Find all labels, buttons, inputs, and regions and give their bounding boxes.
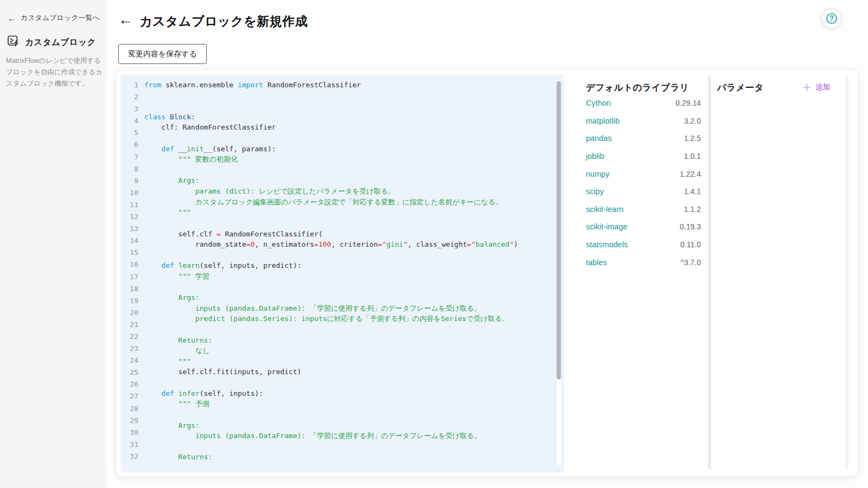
library-version: 1.22.4 <box>680 170 701 178</box>
code-line: """ 学習 <box>144 271 553 282</box>
line-number: 10 <box>120 187 138 199</box>
code-line: """ <box>144 207 553 218</box>
line-number: 2 <box>120 91 138 103</box>
page-title: カスタムブロックを新規作成 <box>139 13 308 30</box>
question-mark-icon <box>825 12 838 25</box>
code-line: """ 予測 <box>144 399 553 409</box>
code-line <box>144 250 553 261</box>
code-line: clf: RandomForestClassifier <box>144 122 553 133</box>
code-line: Args: <box>144 420 553 431</box>
line-number: 22 <box>120 331 138 343</box>
code-line: inputs (pandas.DataFrame): 「学習に使用する列」のデー… <box>144 303 553 314</box>
code-line: Args: <box>144 175 553 186</box>
code-line: def __init__(self, params): <box>144 144 553 155</box>
library-row: Cython0.29.14 <box>586 94 701 112</box>
code-line: Returns: <box>144 335 553 346</box>
custom-block-icon <box>7 35 20 50</box>
library-name[interactable]: Cython <box>586 99 611 107</box>
code-line: """ 変数の初期化 <box>144 154 553 165</box>
library-version: 0.19.3 <box>680 222 701 231</box>
line-number: 29 <box>120 415 138 427</box>
library-name[interactable]: matplotlib <box>586 117 620 125</box>
library-version: 1.0.1 <box>684 152 701 160</box>
page-back-arrow[interactable]: ← <box>118 12 133 27</box>
code-line: """ <box>144 356 553 367</box>
libraries-title: デフォルトのライブラリ <box>586 81 701 94</box>
line-number: 28 <box>120 403 138 415</box>
libraries-scrollbar[interactable] <box>708 76 711 470</box>
library-name[interactable]: scikit-image <box>586 222 628 231</box>
library-version: 0.29.14 <box>675 99 701 107</box>
library-row: matplotlib3.2.0 <box>586 112 701 130</box>
code-line: カスタムブロック編集画面のパラメータ設定で「対応する変数」に指定した名前がキーに… <box>144 197 553 208</box>
line-number: 7 <box>120 151 138 163</box>
sidebar-back-link[interactable]: ← カスタムブロック一覧へ <box>8 13 100 23</box>
line-number: 32 <box>120 451 138 463</box>
library-row: pandas1.2.5 <box>586 130 701 147</box>
library-row: joblib1.0.1 <box>586 147 701 165</box>
library-name[interactable]: numpy <box>586 170 610 178</box>
line-number: 8 <box>120 163 138 175</box>
code-line: predict (pandas.Series): inputsに対応する「予測す… <box>144 313 553 324</box>
code-lines: from sklearn.ensemble import RandomFores… <box>144 80 553 463</box>
library-row: scikit-image0.19.3 <box>586 218 701 236</box>
code-line <box>144 133 553 144</box>
line-number: 13 <box>120 223 138 235</box>
library-row: scipy1.4.1 <box>586 183 701 201</box>
code-line: params (dict): レシピで設定したパラメータを受け取る。 <box>144 186 553 197</box>
line-number: 23 <box>120 343 138 355</box>
line-number: 14 <box>120 235 138 247</box>
library-row: statsmodels0.11.0 <box>586 236 701 254</box>
save-button[interactable]: 変更内容を保存する <box>118 44 207 64</box>
code-line: Args: <box>144 292 553 303</box>
line-number: 4 <box>120 115 138 127</box>
line-number: 9 <box>120 175 138 187</box>
code-line <box>144 282 553 293</box>
sidebar-back-label: カスタムブロック一覧へ <box>21 13 100 23</box>
code-line: random_state=0, n_estimators=100, criter… <box>144 239 553 250</box>
code-line: なし <box>144 345 553 356</box>
code-line: self.clf.fit(inputs, predict) <box>144 367 553 377</box>
code-line <box>144 218 553 229</box>
code-editor[interactable]: 1234567891011121314151617181920212223242… <box>120 74 564 472</box>
line-number: 31 <box>120 439 138 451</box>
library-name[interactable]: scikit-learn <box>586 205 623 214</box>
code-line <box>144 409 553 420</box>
add-parameter-button[interactable]: 追加 <box>802 82 830 92</box>
left-arrow-icon: ← <box>8 14 16 23</box>
line-number: 12 <box>120 211 138 223</box>
parameters-scrollbar[interactable] <box>845 76 848 470</box>
library-version: 0.11.0 <box>680 240 701 249</box>
code-scrollbar-thumb[interactable] <box>557 81 561 380</box>
line-number: 27 <box>120 390 138 402</box>
library-name[interactable]: pandas <box>586 134 612 143</box>
library-name[interactable]: scipy <box>586 187 604 196</box>
library-version: ^3.7.0 <box>680 258 701 267</box>
library-row: numpy1.22.4 <box>586 165 701 183</box>
plus-icon <box>802 83 812 92</box>
editor-card: 1234567891011121314151617181920212223242… <box>117 70 858 476</box>
line-number: 25 <box>120 367 138 378</box>
line-number: 18 <box>120 283 138 295</box>
library-name[interactable]: tables <box>586 258 607 267</box>
library-name[interactable]: statsmodels <box>586 240 628 249</box>
code-line <box>144 441 553 452</box>
line-number: 17 <box>120 271 138 283</box>
line-number: 11 <box>120 199 138 211</box>
code-line: inputs (pandas.DataFrame): 「学習に使用する列」のデー… <box>144 431 553 441</box>
code-line: def infer(self, inputs): <box>144 388 553 399</box>
help-button[interactable] <box>822 9 841 28</box>
code-line <box>144 91 553 101</box>
line-number: 20 <box>120 307 138 319</box>
library-row: scikit-learn1.1.2 <box>586 201 701 219</box>
add-parameter-label: 追加 <box>815 82 830 92</box>
code-line: Returns: <box>144 452 553 463</box>
libraries-panel: デフォルトのライブラリ Cython0.29.14matplotlib3.2.0… <box>586 70 701 476</box>
line-number: 3 <box>120 103 138 115</box>
code-line: self.clf = RandomForestClassifier( <box>144 229 553 240</box>
code-line <box>144 165 553 176</box>
line-number: 1 <box>120 79 138 91</box>
sidebar-description: MatrixFlowのレシピで使用するブロックを自由に作成できるカスタムブロック… <box>6 55 103 89</box>
library-name[interactable]: joblib <box>586 152 604 160</box>
line-number: 15 <box>120 247 138 259</box>
